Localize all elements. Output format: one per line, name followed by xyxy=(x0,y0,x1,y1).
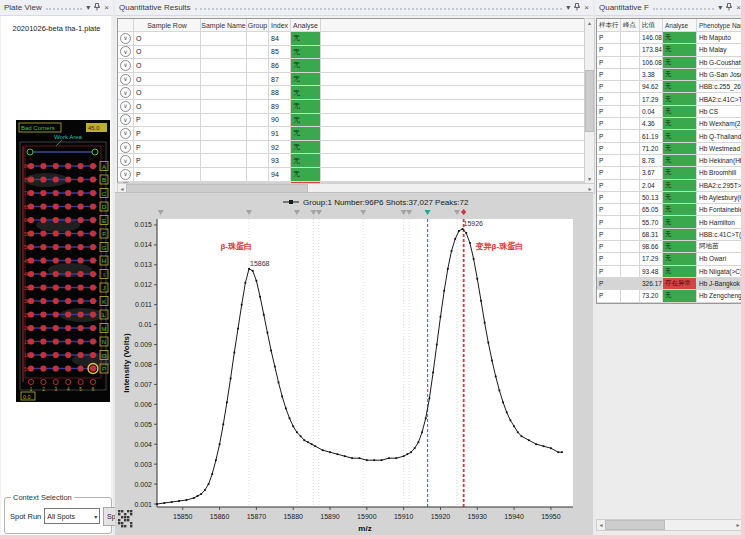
sample-spot[interactable] xyxy=(40,163,46,169)
sample-spot[interactable] xyxy=(78,352,84,358)
column-header[interactable]: Index xyxy=(269,19,291,31)
sample-spot[interactable] xyxy=(78,244,84,250)
sample-spot[interactable] xyxy=(90,230,96,236)
sample-spot[interactable] xyxy=(65,284,71,290)
table-row[interactable]: ∨O85无 xyxy=(118,46,585,60)
table-row[interactable]: P146.08无Hb Maputo xyxy=(597,32,742,44)
sample-spot[interactable] xyxy=(78,365,84,371)
table-row[interactable]: P173.84无Hb Malay xyxy=(597,44,742,56)
table-row[interactable]: ∨P92无 xyxy=(118,141,585,155)
sample-spot[interactable] xyxy=(40,203,46,209)
sample-spot[interactable] xyxy=(53,338,59,344)
sample-spot[interactable] xyxy=(78,325,84,331)
phenotype-horizontal-scrollbar[interactable]: ◂ ▸ xyxy=(596,519,743,531)
pin-icon[interactable] xyxy=(574,3,580,13)
table-row[interactable]: P4.36无Hb Wexham(2- xyxy=(597,118,742,130)
sample-spot[interactable] xyxy=(40,176,46,182)
sample-spot[interactable] xyxy=(65,271,71,277)
sample-spot[interactable] xyxy=(40,311,46,317)
column-header[interactable]: 比值 xyxy=(640,19,663,31)
table-row[interactable]: ∨O87无 xyxy=(118,73,585,87)
results-vertical-scrollbar[interactable]: ▴ ▾ xyxy=(584,18,595,184)
peak-marker-icon[interactable] xyxy=(425,210,431,215)
table-row[interactable]: P2.04无HBA2:c.295T>G xyxy=(597,180,742,192)
table-row[interactable]: ∨P90无 xyxy=(118,114,585,128)
sample-spot[interactable] xyxy=(78,311,84,317)
sample-spot[interactable] xyxy=(65,311,71,317)
drag-handle[interactable] xyxy=(46,8,83,10)
expand-row-button[interactable]: ∨ xyxy=(120,74,131,85)
peak-marker-icon[interactable] xyxy=(246,210,252,215)
sample-spot[interactable] xyxy=(65,190,71,196)
expand-row-button[interactable]: ∨ xyxy=(120,142,131,153)
sample-spot[interactable] xyxy=(53,325,59,331)
table-row[interactable]: ∨P91无 xyxy=(118,127,585,141)
expand-row-button[interactable]: ∨ xyxy=(120,87,131,98)
table-row[interactable]: P106.08无Hb G-Coushatta xyxy=(597,57,742,69)
sample-spot[interactable] xyxy=(65,325,71,331)
sample-spot[interactable] xyxy=(53,298,59,304)
sample-spot[interactable] xyxy=(90,338,96,344)
sample-spot[interactable] xyxy=(65,244,71,250)
sample-spot[interactable] xyxy=(78,203,84,209)
sample-spot[interactable] xyxy=(53,230,59,236)
sample-spot[interactable] xyxy=(53,163,59,169)
table-row[interactable]: P61.19无Hb Q-Thailand xyxy=(597,130,742,142)
sample-spot[interactable] xyxy=(78,271,84,277)
close-icon[interactable]: × xyxy=(584,4,589,12)
sample-spot[interactable] xyxy=(65,352,71,358)
sample-spot[interactable] xyxy=(53,203,59,209)
sample-spot[interactable] xyxy=(53,190,59,196)
sample-spot[interactable] xyxy=(90,284,96,290)
expand-row-button[interactable]: ∨ xyxy=(120,33,131,44)
sample-spot[interactable] xyxy=(78,298,84,304)
sample-spot[interactable] xyxy=(65,230,71,236)
sample-spot[interactable] xyxy=(65,176,71,182)
sample-spot[interactable] xyxy=(65,257,71,263)
expand-row-button[interactable]: ∨ xyxy=(120,128,131,139)
sample-spot[interactable] xyxy=(90,271,96,277)
column-header[interactable]: 峰点 xyxy=(621,19,640,31)
sample-spot[interactable] xyxy=(53,271,59,277)
table-row[interactable]: ∨O88无 xyxy=(118,86,585,100)
sample-spot[interactable] xyxy=(90,163,96,169)
sample-spot[interactable] xyxy=(40,284,46,290)
sample-spot[interactable] xyxy=(40,230,46,236)
expand-row-button[interactable]: ∨ xyxy=(120,46,131,57)
sample-spot[interactable] xyxy=(78,163,84,169)
table-row[interactable]: P3.67无Hb Broomhill xyxy=(597,167,742,179)
table-row[interactable]: P55.70无Hb Hamilton xyxy=(597,216,742,228)
table-row[interactable]: P17.29无HBA2:c.41C>T(H xyxy=(597,93,742,105)
sample-spot[interactable] xyxy=(90,298,96,304)
sample-spot[interactable] xyxy=(78,338,84,344)
sample-spot[interactable] xyxy=(90,311,96,317)
expand-row-button[interactable]: ∨ xyxy=(120,114,131,125)
table-row[interactable]: P65.05无Hb Fontaineble xyxy=(597,204,742,216)
column-header[interactable]: Analyse xyxy=(663,19,697,31)
sample-spot[interactable] xyxy=(90,365,96,371)
sample-spot[interactable] xyxy=(53,217,59,223)
table-row[interactable]: P68.31无HBB:c.41C>T(H xyxy=(597,229,742,241)
table-row[interactable]: P17.29无Hb Owari xyxy=(597,253,742,265)
table-row[interactable]: P71.20无Hb Westmead xyxy=(597,143,742,155)
chevron-down-icon[interactable]: ▾ xyxy=(86,4,90,12)
table-row[interactable]: P3.38无Hb G-San José xyxy=(597,69,742,81)
sample-spot[interactable] xyxy=(40,257,46,263)
table-row[interactable]: ∨O89无 xyxy=(118,100,585,114)
table-row[interactable]: P98.66无阿地苗 xyxy=(597,241,742,253)
plate-file-name[interactable]: 20201026-beta tha-1.plate xyxy=(0,24,113,33)
expand-row-button[interactable]: ∨ xyxy=(120,155,131,166)
plot-area[interactable] xyxy=(157,219,573,507)
column-header[interactable]: 样本行 xyxy=(597,19,621,31)
sample-spot[interactable] xyxy=(90,325,96,331)
column-header[interactable]: Sample Name xyxy=(201,19,247,31)
table-row[interactable]: P94.62无HBB:c.255_264d xyxy=(597,81,742,93)
table-row[interactable]: ∨P93无 xyxy=(118,154,585,168)
drag-handle[interactable] xyxy=(195,8,563,10)
sample-spot[interactable] xyxy=(65,163,71,169)
table-row[interactable]: P93.48无Hb Niigata(>C) xyxy=(597,266,742,278)
peak-marker-icon[interactable] xyxy=(310,210,316,215)
sample-spot[interactable] xyxy=(90,203,96,209)
column-header[interactable]: Sample Row xyxy=(134,19,201,31)
sample-spot[interactable] xyxy=(78,230,84,236)
